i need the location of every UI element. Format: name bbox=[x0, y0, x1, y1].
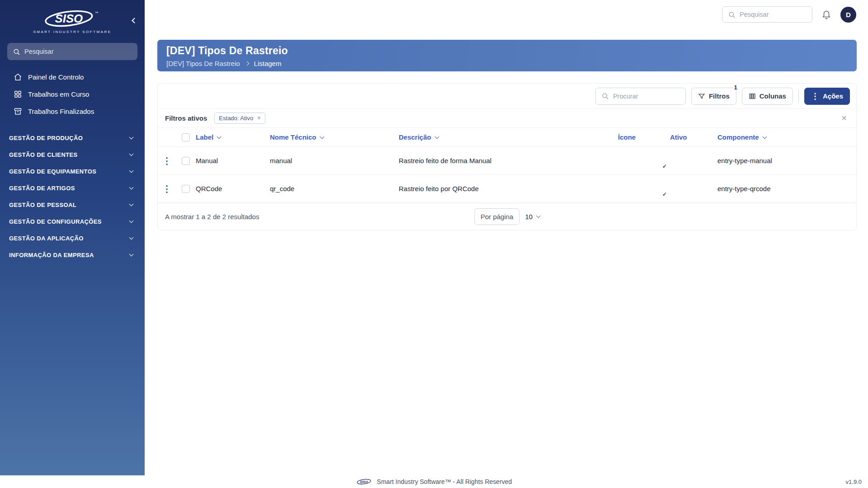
section-label: INFORMAÇÃO DA EMPRESA bbox=[9, 252, 94, 258]
cell-nome-tecnico: qr_code bbox=[270, 185, 399, 192]
chevron-down-icon bbox=[129, 152, 134, 156]
active-filters-title: Filtros ativos bbox=[165, 114, 207, 122]
column-header-descricao[interactable]: Descrição bbox=[399, 133, 618, 141]
table-search[interactable] bbox=[595, 88, 686, 105]
siso-logo-icon: SISO bbox=[356, 478, 373, 486]
footer-copyright: Smart Industry Software™ - All Rights Re… bbox=[377, 478, 512, 485]
check-icon: ✓ bbox=[660, 162, 669, 171]
global-search-input[interactable] bbox=[740, 11, 807, 18]
topbar: D bbox=[145, 0, 868, 29]
table-header-row: Label Nome Técnico Descrição Ícone Ativo bbox=[158, 128, 856, 147]
search-icon bbox=[728, 11, 736, 19]
cell-componente: entry-type-qrcode bbox=[717, 185, 856, 192]
active-filters-bar: Filtros ativos Estado: Ativo ✕ ✕ bbox=[158, 108, 856, 128]
column-header-nome-tecnico[interactable]: Nome Técnico bbox=[270, 133, 399, 141]
row-checkbox[interactable] bbox=[182, 185, 190, 193]
svg-text:SISO: SISO bbox=[360, 480, 368, 484]
sidebar: SISO ™ SMART INDUSTRY SOFTWARE Painel de… bbox=[0, 0, 145, 475]
sidebar-section-gestao-de-equipamentos[interactable]: GESTÃO DE EQUIPAMENTOS bbox=[0, 163, 145, 180]
column-header-componente[interactable]: Componente bbox=[717, 133, 856, 141]
breadcrumb-link[interactable]: [DEV] Tipos De Rastreio bbox=[166, 60, 240, 67]
column-header-text: Label bbox=[196, 133, 213, 141]
breadcrumb: [DEV] Tipos De Rastreio Listagem bbox=[166, 60, 848, 67]
cell-label: Manual bbox=[196, 157, 270, 164]
sidebar-section-gestao-de-clientes[interactable]: GESTÃO DE CLIENTES bbox=[0, 146, 145, 163]
cell-componente: entry-type-manual bbox=[717, 157, 856, 164]
chevron-right-icon bbox=[245, 61, 249, 66]
columns-icon bbox=[749, 93, 756, 100]
row-actions-kebab-icon[interactable]: ⋮ bbox=[158, 156, 176, 165]
section-label: GESTÃO DE CLIENTES bbox=[9, 151, 78, 158]
sidebar-item-trabalhos-em-curso[interactable]: Trabalhos em Curso bbox=[0, 85, 145, 103]
main-content: D [DEV] Tipos De Rastreio [DEV] Tipos De… bbox=[145, 0, 868, 475]
row-checkbox[interactable] bbox=[182, 157, 190, 165]
sidebar-section-gestao-de-producao[interactable]: GESTÃO DE PRODUÇÃO bbox=[0, 130, 145, 146]
chevron-down-icon bbox=[434, 134, 439, 139]
sidebar-item-trabalhos-finalizados[interactable]: Trabalhos Finalizados bbox=[0, 103, 145, 120]
section-label: GESTÃO DE CONFIGURAÇÕES bbox=[9, 218, 102, 225]
section-label: GESTÃO DE ARTIGOS bbox=[9, 185, 75, 192]
table-search-input[interactable] bbox=[613, 93, 680, 100]
sidebar-section-gestao-da-aplicacao[interactable]: GESTÃO DA APLICAÇÃO bbox=[0, 230, 145, 247]
filters-button-label: Filtros bbox=[709, 92, 730, 100]
sidebar-item-label: Painel de Controlo bbox=[28, 73, 84, 81]
close-icon[interactable]: ✕ bbox=[257, 115, 261, 121]
bell-icon[interactable] bbox=[821, 9, 831, 19]
app-footer: SISO Smart Industry Software™ - All Righ… bbox=[0, 475, 868, 488]
sidebar-collapse-button[interactable] bbox=[132, 16, 137, 24]
page-header-banner: [DEV] Tipos De Rastreio [DEV] Tipos De R… bbox=[157, 40, 857, 71]
column-header-ativo: Ativo bbox=[670, 133, 717, 141]
filter-chip-estado-ativo[interactable]: Estado: Ativo ✕ bbox=[214, 113, 265, 124]
sidebar-search-input[interactable] bbox=[24, 48, 132, 55]
row-actions-kebab-icon[interactable]: ⋮ bbox=[158, 184, 176, 193]
section-label: GESTÃO DA APLICAÇÃO bbox=[9, 235, 84, 242]
sidebar-item-painel-de-controlo[interactable]: Painel de Controlo bbox=[0, 68, 145, 85]
sidebar-section-gestao-de-configuracoes[interactable]: GESTÃO DE CONFIGURAÇÕES bbox=[0, 213, 145, 230]
sidebar-section-gestao-de-pessoal[interactable]: GESTÃO DE PESSOAL bbox=[0, 197, 145, 213]
svg-text:™: ™ bbox=[95, 11, 99, 15]
sidebar-search[interactable] bbox=[7, 43, 137, 60]
check-icon: ✓ bbox=[660, 190, 669, 199]
clear-filters-button[interactable]: ✕ bbox=[840, 114, 849, 122]
user-avatar[interactable]: D bbox=[840, 7, 856, 23]
sidebar-item-label: Trabalhos Finalizados bbox=[28, 108, 94, 115]
table-row: ⋮ Manual manual Rastreio feito de forma … bbox=[158, 147, 856, 175]
app-shell: SISO ™ SMART INDUSTRY SOFTWARE Painel de… bbox=[0, 0, 868, 475]
actions-button[interactable]: ⋮ Ações bbox=[804, 88, 850, 105]
search-icon bbox=[13, 48, 20, 56]
chevron-down-icon bbox=[320, 134, 324, 139]
chevron-down-icon bbox=[129, 135, 134, 140]
siso-logo-icon: SISO ™ bbox=[42, 9, 103, 29]
chevron-down-icon bbox=[129, 185, 134, 190]
home-icon bbox=[14, 73, 22, 81]
per-page-label: Por página bbox=[474, 208, 520, 225]
column-header-text: Nome Técnico bbox=[270, 133, 316, 141]
columns-button-label: Colunas bbox=[760, 92, 786, 100]
column-header-text: Ativo bbox=[670, 133, 687, 141]
sidebar-item-label: Trabalhos em Curso bbox=[28, 90, 89, 98]
cell-descricao: Rastreio feito por QRCode bbox=[399, 185, 618, 192]
table-toolbar: Filtros 1 Colunas ⋮ Ações bbox=[158, 84, 856, 108]
sidebar-section-informacao-da-empresa[interactable]: INFORMAÇÃO DA EMPRESA bbox=[0, 247, 145, 263]
global-search[interactable] bbox=[722, 6, 812, 23]
columns-button[interactable]: Colunas bbox=[742, 88, 793, 105]
select-all-checkbox[interactable] bbox=[182, 133, 190, 141]
cell-label: QRCode bbox=[196, 185, 270, 192]
archive-box-icon bbox=[14, 107, 22, 116]
svg-text:SISO: SISO bbox=[55, 12, 83, 25]
column-header-label[interactable]: Label bbox=[196, 133, 270, 141]
filters-button[interactable]: Filtros 1 bbox=[691, 88, 736, 105]
per-page-select[interactable]: 10 bbox=[525, 213, 540, 221]
cell-descricao: Rastreio feito de forma Manual bbox=[399, 157, 618, 164]
sidebar-section-gestao-de-artigos[interactable]: GESTÃO DE ARTIGOS bbox=[0, 180, 145, 197]
chevron-down-icon bbox=[762, 134, 767, 139]
sidebar-sections: GESTÃO DE PRODUÇÃO GESTÃO DE CLIENTES GE… bbox=[0, 130, 145, 263]
column-header-text: Descrição bbox=[399, 133, 431, 141]
chevron-down-icon bbox=[536, 214, 541, 218]
results-summary: A mostrar 1 a 2 de 2 resultados bbox=[165, 213, 259, 221]
actions-button-label: Ações bbox=[823, 92, 843, 100]
column-header-icone: Ícone bbox=[618, 133, 670, 141]
filter-icon bbox=[698, 93, 705, 100]
brand-logo: SISO ™ SMART INDUSTRY SOFTWARE bbox=[0, 6, 145, 38]
cell-nome-tecnico: manual bbox=[270, 157, 399, 164]
